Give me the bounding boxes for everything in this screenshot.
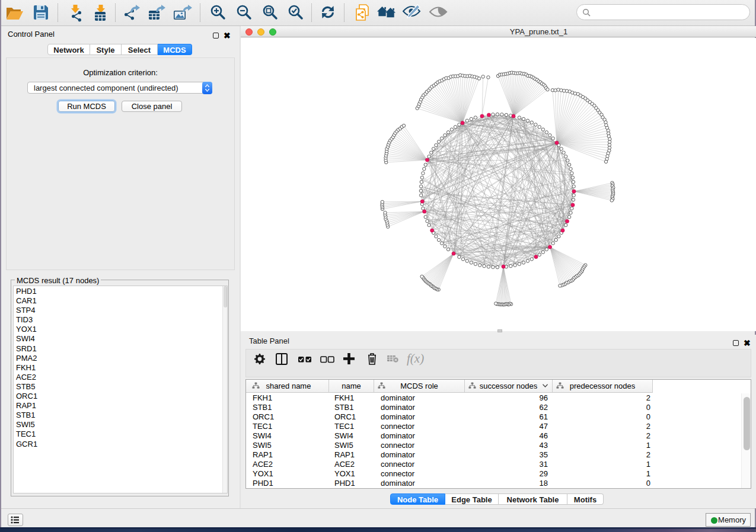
svg-text:f(x): f(x): [407, 351, 424, 366]
